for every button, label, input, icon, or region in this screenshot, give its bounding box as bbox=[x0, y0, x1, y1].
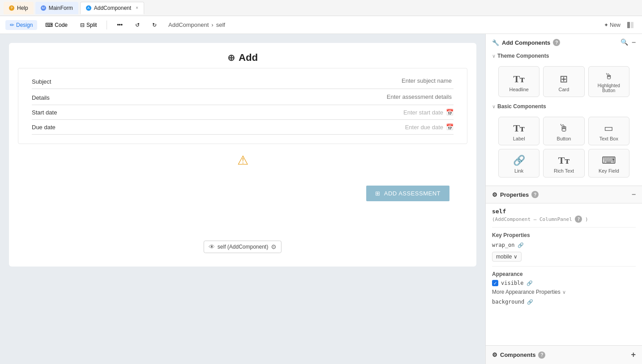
button-label: Button bbox=[557, 136, 571, 141]
theme-components-grid: Tт Headline ⊞ Card 🖱 Highlighted Button bbox=[492, 62, 636, 102]
properties-header: ⚙ Properties ? − bbox=[486, 186, 642, 203]
component-card[interactable]: ⊞ Card bbox=[543, 66, 584, 97]
split-button[interactable]: ⊟ Split bbox=[76, 20, 101, 30]
canvas-area: ⊕ Add Subject Details Start date bbox=[0, 34, 485, 364]
more-appearance-button[interactable]: More Appearance Properties ∨ bbox=[492, 289, 636, 295]
tab-close-icon[interactable]: × bbox=[136, 5, 138, 10]
button-icon: 🖱 bbox=[559, 123, 569, 134]
layout-toggle-button[interactable] bbox=[624, 19, 637, 31]
component-type: (AddComponent – ColumnPanel ? ) bbox=[492, 216, 636, 223]
tab-addcomponent[interactable]: A AddComponent × bbox=[80, 2, 144, 14]
properties-help-icon[interactable]: ? bbox=[531, 191, 539, 198]
visible-checkbox[interactable] bbox=[492, 280, 498, 286]
label-label: Label bbox=[513, 136, 525, 141]
form-section: Subject Details Start date Enter start d… bbox=[18, 68, 467, 144]
tab-mainform[interactable]: M MainForm bbox=[35, 2, 78, 14]
form-area: Subject Details Start date Enter start d… bbox=[18, 68, 467, 144]
component-button[interactable]: 🖱 Button bbox=[543, 117, 584, 145]
more-appearance-chevron-icon: ∨ bbox=[562, 289, 566, 295]
add-component-plus-button[interactable]: + bbox=[631, 350, 636, 360]
basic-components-label: Basic Components bbox=[497, 103, 546, 110]
tab-help-label: Help bbox=[17, 5, 28, 11]
addcomponent-tab-icon: A bbox=[86, 5, 91, 11]
component-label[interactable]: Tт Label bbox=[498, 117, 539, 145]
theme-components-label-row: ∨ Theme Components bbox=[492, 53, 636, 59]
toolbar-right: ✦ New bbox=[604, 19, 637, 31]
wrap-on-link-icon[interactable]: 🔗 bbox=[518, 242, 524, 248]
tab-help[interactable]: ? Help bbox=[4, 2, 34, 14]
column-panel-help-icon[interactable]: ? bbox=[575, 216, 582, 223]
wrap-on-row: wrap_on 🔗 bbox=[492, 242, 636, 248]
highlighted-button-label: Highlighted Button bbox=[591, 83, 626, 93]
theme-components-subsection: ∨ Theme Components Tт Headline ⊞ Card 🖱 … bbox=[486, 51, 642, 102]
new-button[interactable]: ✦ New bbox=[604, 22, 621, 28]
appearance-label: Appearance bbox=[492, 271, 636, 277]
visible-row: visible 🔗 bbox=[492, 280, 636, 286]
canvas-title: ⊕ Add bbox=[9, 43, 476, 68]
design-button[interactable]: ✏ Design bbox=[5, 20, 37, 30]
visible-link-icon[interactable]: 🔗 bbox=[526, 280, 533, 286]
duedate-input-wrapper: Enter due date 📅 bbox=[86, 123, 454, 131]
warning-icon: ⚠ bbox=[237, 153, 248, 167]
form-row-details: Details bbox=[32, 89, 454, 105]
component-self-name: self bbox=[492, 208, 636, 215]
collapse-properties-button[interactable]: − bbox=[632, 190, 636, 199]
search-icon[interactable]: 🔍 bbox=[621, 38, 628, 47]
properties-header-left: ⚙ Properties ? bbox=[492, 191, 539, 198]
collapse-add-components-button[interactable]: − bbox=[632, 38, 636, 47]
settings-icon[interactable]: ⚙ bbox=[271, 243, 277, 250]
self-badge-label: self (AddComponent) bbox=[218, 244, 268, 250]
details-input[interactable] bbox=[86, 93, 454, 101]
split-icon: ⊟ bbox=[80, 22, 85, 28]
card-icon: ⊞ bbox=[560, 73, 568, 85]
key-field-label: Key Field bbox=[599, 168, 619, 174]
tab-mainform-label: MainForm bbox=[49, 5, 73, 11]
component-text-box[interactable]: ▭ Text Box bbox=[588, 117, 629, 145]
eye-icon: 👁 bbox=[209, 243, 215, 250]
startdate-label: Start date bbox=[32, 109, 86, 116]
component-link[interactable]: 🔗 Link bbox=[498, 149, 539, 178]
add-title-icon: ⊕ bbox=[227, 52, 235, 63]
subject-input[interactable] bbox=[86, 76, 454, 85]
component-rich-text[interactable]: Tт Rich Text bbox=[543, 149, 584, 178]
breadcrumb: AddComponent › self bbox=[168, 21, 225, 28]
mainform-tab-icon: M bbox=[41, 5, 46, 11]
highlighted-button-icon: 🖱 bbox=[605, 72, 613, 81]
self-badge[interactable]: 👁 self (AddComponent) ⚙ bbox=[204, 241, 282, 253]
background-link-icon[interactable]: 🔗 bbox=[527, 299, 533, 305]
startdate-calendar-icon[interactable]: 📅 bbox=[446, 109, 454, 116]
components-footer-help-icon[interactable]: ? bbox=[538, 351, 545, 359]
wrap-on-dropdown[interactable]: mobile ∨ bbox=[492, 252, 522, 262]
toolbar-divider bbox=[107, 21, 107, 30]
component-headline[interactable]: Tт Headline bbox=[498, 66, 539, 97]
details-label: Details bbox=[32, 94, 86, 101]
tab-bar: ? Help M MainForm A AddComponent × bbox=[0, 0, 642, 16]
breadcrumb-part1: AddComponent bbox=[168, 21, 209, 28]
form-row-subject: Subject bbox=[32, 73, 454, 89]
basic-components-subsection: ∨ Basic Components Tт Label 🖱 Button ▭ T… bbox=[486, 102, 642, 186]
code-button[interactable]: ⌨ Code bbox=[41, 20, 72, 30]
properties-section: ⚙ Properties ? − self (AddComponent – Co… bbox=[486, 186, 642, 345]
duedate-calendar-icon[interactable]: 📅 bbox=[446, 123, 454, 131]
canvas-title-text: Add bbox=[239, 52, 258, 63]
theme-collapse-icon[interactable]: ∨ bbox=[492, 53, 496, 59]
duedate-placeholder: Enter due date bbox=[405, 124, 443, 131]
rich-text-icon: Tт bbox=[558, 155, 569, 166]
component-key-field[interactable]: ⌨ Key Field bbox=[588, 149, 629, 178]
properties-title: Properties bbox=[500, 191, 529, 198]
add-assessment-button[interactable]: ⊞ ADD ASSESSMENT bbox=[366, 186, 449, 201]
add-components-header-right: 🔍 − bbox=[621, 38, 636, 47]
component-highlighted-button[interactable]: 🖱 Highlighted Button bbox=[588, 66, 629, 97]
more-options-button[interactable]: ••• bbox=[112, 20, 127, 30]
text-box-icon: ▭ bbox=[604, 123, 613, 134]
design-icon: ✏ bbox=[10, 22, 14, 28]
breadcrumb-separator: › bbox=[211, 21, 213, 28]
basic-collapse-icon[interactable]: ∨ bbox=[492, 104, 496, 110]
headline-label: Headline bbox=[509, 87, 528, 92]
basic-components-label-row: ∨ Basic Components bbox=[492, 103, 636, 110]
redo-button[interactable]: ↻ bbox=[148, 20, 161, 30]
add-components-help-icon[interactable]: ? bbox=[553, 39, 560, 46]
undo-button[interactable]: ↺ bbox=[131, 20, 144, 30]
code-icon: ⌨ bbox=[45, 22, 53, 28]
main-layout: ⊕ Add Subject Details Start date bbox=[0, 34, 642, 364]
